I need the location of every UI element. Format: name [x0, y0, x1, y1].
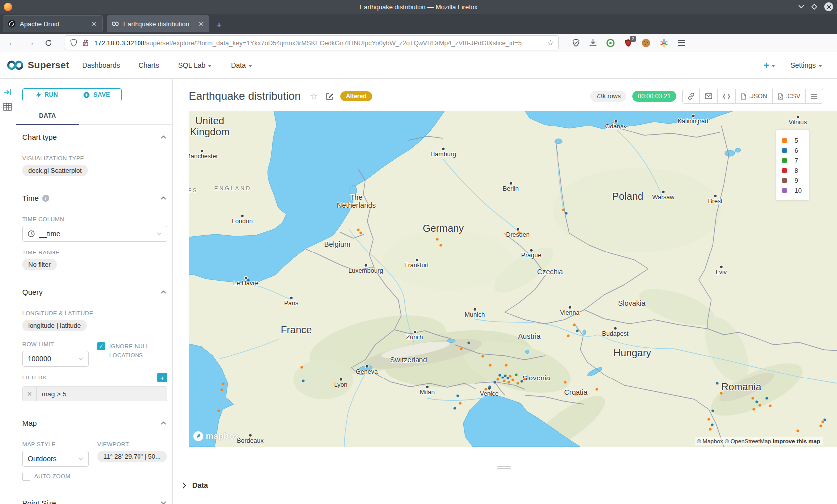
close-button[interactable]: [824, 2, 833, 11]
data-point[interactable]: [459, 402, 461, 404]
data-point[interactable]: [507, 381, 510, 383]
menu-icon[interactable]: [678, 40, 685, 46]
altered-badge[interactable]: Altered: [340, 91, 372, 101]
data-point[interactable]: [453, 407, 456, 409]
data-point[interactable]: [796, 429, 799, 432]
data-point[interactable]: [711, 409, 714, 412]
data-point[interactable]: [217, 409, 220, 412]
tab-apache-druid[interactable]: Apache Druid ✕: [3, 15, 103, 32]
data-point[interactable]: [758, 404, 761, 406]
extension-pinwheel-icon[interactable]: [660, 39, 668, 47]
tab-data[interactable]: DATA: [16, 107, 79, 125]
section-point-size-header[interactable]: Point Size: [22, 490, 167, 504]
save-button[interactable]: SAVE: [72, 89, 121, 101]
nav-sql-lab[interactable]: SQL Lab: [178, 61, 212, 69]
data-point[interactable]: [302, 379, 304, 382]
copy-link-button[interactable]: [683, 89, 700, 103]
new-tab-button[interactable]: +: [216, 20, 222, 30]
data-point[interactable]: [823, 418, 826, 421]
tab-earthquake-distribution[interactable]: Earthquake distribution ✕: [107, 15, 209, 32]
deckgl-scatterplot-map[interactable]: United KingdomManchesterENGLANDESLondonL…: [189, 111, 837, 447]
data-point[interactable]: [220, 388, 223, 391]
more-actions-button[interactable]: [806, 89, 823, 103]
data-point[interactable]: [357, 228, 359, 231]
viz-type-value[interactable]: deck.gl Scatterplot: [22, 165, 88, 176]
data-point[interactable]: [595, 388, 598, 390]
data-point[interactable]: [520, 380, 523, 382]
data-point[interactable]: [506, 377, 509, 379]
data-point[interactable]: [488, 385, 491, 388]
data-point[interactable]: [516, 382, 519, 384]
data-point[interactable]: [752, 408, 755, 410]
maximize-button[interactable]: [811, 4, 817, 10]
map-style-select[interactable]: Outdoors: [22, 451, 89, 467]
data-point[interactable]: [562, 208, 564, 211]
nav-dashboards[interactable]: Dashboards: [82, 61, 120, 69]
superset-brand[interactable]: Superset: [7, 60, 69, 71]
data-point[interactable]: [518, 231, 520, 234]
account-shield-icon[interactable]: [572, 39, 580, 47]
data-point[interactable]: [707, 418, 710, 420]
data-point[interactable]: [484, 388, 487, 390]
url-text[interactable]: 172.18.0.3:32108/superset/explore/?form_…: [94, 39, 547, 47]
edit-properties-icon[interactable]: [326, 92, 334, 100]
data-point[interactable]: [496, 378, 499, 380]
ignore-null-checkbox[interactable]: ✓: [97, 342, 105, 350]
data-point[interactable]: [515, 373, 517, 376]
tab-close-icon[interactable]: ✕: [197, 20, 205, 28]
export-json-button[interactable]: .JSON: [736, 89, 773, 103]
extension-ublock-icon[interactable]: 2: [624, 39, 632, 47]
embed-code-button[interactable]: [718, 89, 736, 103]
mapbox-logo[interactable]: mapbox: [193, 431, 239, 442]
data-point[interactable]: [769, 404, 771, 407]
data-point[interactable]: [567, 334, 569, 337]
results-panel-header[interactable]: Data: [182, 481, 208, 489]
tab-close-icon[interactable]: ✕: [90, 20, 98, 28]
improve-map-link[interactable]: Improve this map: [773, 438, 820, 444]
lonlat-value[interactable]: longitude | latitude: [22, 320, 87, 331]
data-point[interactable]: [460, 347, 462, 350]
nav-data[interactable]: Data: [231, 61, 252, 69]
extension-cookie-icon[interactable]: [642, 39, 650, 47]
filter-chip[interactable]: ✕ mag > 5: [22, 386, 167, 401]
data-point[interactable]: [720, 392, 722, 394]
data-point[interactable]: [755, 400, 758, 403]
section-query-header[interactable]: Query: [22, 279, 167, 302]
dataset-grid-icon[interactable]: [3, 103, 12, 111]
resize-handle[interactable]: [497, 466, 511, 470]
lock-insecure-icon[interactable]: [82, 39, 89, 47]
extension-privacy-icon[interactable]: [606, 39, 615, 47]
data-point[interactable]: [504, 374, 506, 377]
remove-filter-icon[interactable]: ✕: [23, 387, 37, 401]
data-point[interactable]: [505, 364, 507, 366]
minimize-button[interactable]: [798, 5, 804, 9]
url-bar[interactable]: 172.18.0.3:32108/superset/explore/?form_…: [65, 36, 558, 50]
time-column-select[interactable]: __time: [22, 226, 167, 242]
data-point[interactable]: [300, 366, 303, 368]
shield-icon[interactable]: [70, 39, 77, 47]
data-point[interactable]: [489, 393, 491, 395]
data-point[interactable]: [489, 364, 491, 366]
new-item-button[interactable]: +: [763, 59, 775, 71]
data-point[interactable]: [501, 376, 504, 378]
data-point[interactable]: [456, 394, 459, 397]
data-point[interactable]: [574, 393, 577, 395]
email-button[interactable]: [700, 89, 718, 103]
data-point[interactable]: [821, 420, 824, 423]
data-point[interactable]: [498, 374, 501, 376]
data-point[interactable]: [509, 375, 511, 377]
data-point[interactable]: [503, 379, 505, 382]
data-point[interactable]: [481, 355, 484, 357]
auto-zoom-checkbox[interactable]: [22, 473, 30, 481]
data-point[interactable]: [523, 378, 526, 380]
data-point[interactable]: [467, 341, 470, 344]
section-map-header[interactable]: Map: [22, 410, 167, 433]
data-point[interactable]: [709, 428, 711, 430]
section-chart-type-header[interactable]: Chart type: [22, 125, 167, 147]
run-button[interactable]: RUN: [23, 89, 72, 101]
data-point[interactable]: [436, 238, 438, 240]
data-point[interactable]: [765, 397, 768, 399]
data-point[interactable]: [573, 323, 575, 326]
expand-dataset-panel-icon[interactable]: [3, 89, 11, 96]
bookmark-star-icon[interactable]: ☆: [547, 38, 554, 47]
